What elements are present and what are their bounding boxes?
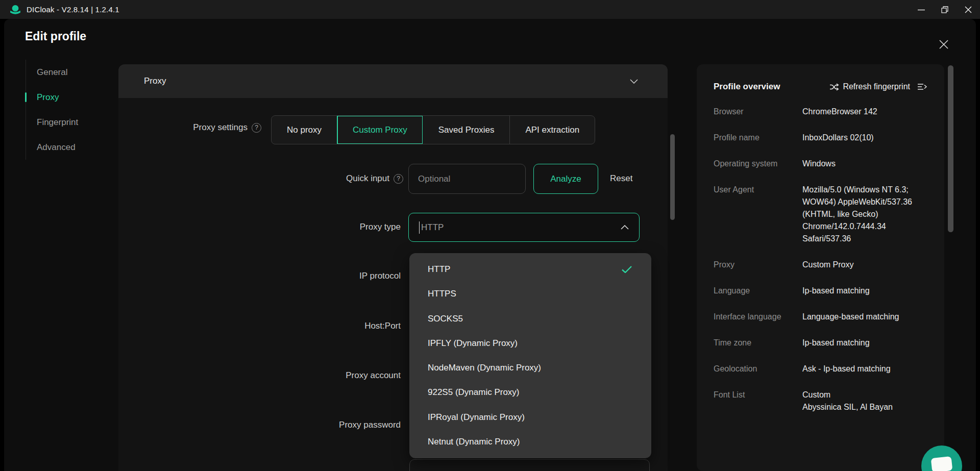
- host-port-label: Host:Port: [157, 320, 401, 332]
- chevron-up-icon: [621, 225, 629, 230]
- shuffle-icon: [829, 83, 839, 91]
- edit-profile-dialog: Edit profile General Proxy Fingerprint: [4, 19, 976, 471]
- proxy-type-value: HTTP: [421, 222, 444, 233]
- dropdown-option-https[interactable]: HTTPS: [409, 282, 651, 306]
- dialog-title: Edit profile: [25, 30, 86, 43]
- row-label: Profile name: [714, 132, 790, 144]
- refresh-label: Refresh fingerprint: [843, 82, 910, 91]
- option-label: IPFLY (Dynamic Proxy): [428, 338, 518, 349]
- row-label: Browser: [714, 106, 790, 118]
- option-label: NodeMaven (Dynamic Proxy): [428, 363, 541, 373]
- overview-row-time-zone: Time zone Ip-based matching: [714, 337, 927, 349]
- row-value: Custom Proxy: [802, 259, 927, 271]
- option-label: SOCKS5: [428, 314, 463, 324]
- quick-input-field[interactable]: [408, 164, 526, 194]
- minimize-icon[interactable]: [910, 0, 933, 19]
- dropdown-option-ipfly[interactable]: IPFLY (Dynamic Proxy): [409, 331, 651, 356]
- overview-row-profile-name: Profile name InboxDollars 02(10): [714, 132, 927, 144]
- tab-no-proxy[interactable]: No proxy: [272, 116, 337, 144]
- dropdown-option-922s5[interactable]: 922S5 (Dynamic Proxy): [409, 380, 651, 405]
- dropdown-option-nodemaven[interactable]: NodeMaven (Dynamic Proxy): [409, 356, 651, 380]
- overview-row-proxy: Proxy Custom Proxy: [714, 259, 927, 271]
- overview-title: Profile overview: [714, 82, 780, 92]
- reset-button[interactable]: Reset: [610, 172, 646, 185]
- overview-row-user-agent: User Agent Mozilla/5.0 (Windows NT 6.3; …: [714, 184, 927, 245]
- collapse-overview-icon[interactable]: [917, 83, 927, 91]
- app-title: DICloak - V2.8.14 | 1.2.4.1: [27, 5, 119, 14]
- proxy-section-header[interactable]: Proxy: [118, 64, 668, 98]
- overview-row-geolocation: Geolocation Ask - Ip-based matching: [714, 363, 927, 375]
- nav-label: General: [37, 67, 67, 78]
- row-label: Font List: [714, 389, 790, 413]
- overview-row-language: Language Ip-based matching: [714, 285, 927, 297]
- label-text: Proxy settings: [193, 122, 248, 133]
- dialog-scrollbar[interactable]: [948, 65, 953, 232]
- nav-item-fingerprint[interactable]: Fingerprint: [26, 110, 102, 135]
- main-panel-scrollbar[interactable]: [670, 134, 675, 220]
- chevron-down-icon: [630, 79, 638, 84]
- proxy-settings-label: Proxy settings ?: [106, 121, 261, 134]
- row-label: Operating system: [714, 158, 790, 170]
- row-value: Windows: [802, 158, 927, 170]
- tab-api-extraction[interactable]: API extraction: [509, 116, 595, 144]
- proxy-section-title: Proxy: [144, 76, 166, 86]
- ip-protocol-label: IP protocol: [157, 270, 401, 282]
- active-indicator: [25, 92, 27, 102]
- proxy-type-select[interactable]: HTTP: [408, 213, 640, 242]
- overview-header: Profile overview Refresh fingerprint: [714, 82, 927, 92]
- analyze-button[interactable]: Analyze: [533, 164, 598, 194]
- row-label: Language: [714, 285, 790, 297]
- row-value: Custom Abyssinica SIL, Al Bayan: [802, 389, 927, 413]
- dropdown-option-socks5[interactable]: SOCKS5: [409, 307, 651, 331]
- label-text: Quick input: [346, 173, 389, 184]
- close-window-icon[interactable]: [957, 0, 980, 19]
- proxy-type-label: Proxy type: [157, 221, 401, 233]
- option-label: HTTP: [428, 264, 450, 275]
- app-logo-icon: [9, 3, 21, 16]
- overview-row-interface-language: Interface language Language-based matchi…: [714, 311, 927, 323]
- maximize-icon[interactable]: [933, 0, 957, 19]
- chat-bubble-icon: [931, 456, 953, 471]
- overview-row-os: Operating system Windows: [714, 158, 927, 170]
- font-list-mode: Custom: [802, 389, 927, 401]
- proxy-account-label: Proxy account: [157, 369, 401, 382]
- proxy-password-field[interactable]: [409, 459, 650, 471]
- option-label: Netnut (Dynamic Proxy): [428, 437, 520, 447]
- row-label: Time zone: [714, 337, 790, 349]
- window-controls: [910, 0, 980, 19]
- text-cursor: [419, 221, 420, 234]
- nav-item-proxy[interactable]: Proxy: [26, 85, 102, 110]
- proxy-password-label: Proxy password: [157, 419, 401, 431]
- proxy-mode-tabs: No proxy Custom Proxy Saved Proxies API …: [271, 115, 595, 144]
- refresh-fingerprint-button[interactable]: Refresh fingerprint: [829, 82, 910, 91]
- nav-item-advanced[interactable]: Advanced: [26, 135, 102, 160]
- nav-label: Proxy: [37, 92, 59, 103]
- row-label: Interface language: [714, 311, 790, 323]
- overview-row-browser: Browser ChromeBrowser 142: [714, 106, 927, 118]
- nav-label: Fingerprint: [37, 117, 78, 128]
- titlebar: DICloak - V2.8.14 | 1.2.4.1: [0, 0, 980, 19]
- tab-saved-proxies[interactable]: Saved Proxies: [423, 116, 510, 144]
- help-icon[interactable]: ?: [252, 123, 261, 133]
- row-value: Mozilla/5.0 (Windows NT 6.3; WOW64) Appl…: [802, 184, 927, 245]
- row-label: Proxy: [714, 259, 790, 271]
- row-value: Ask - Ip-based matching: [802, 363, 927, 375]
- font-list-fonts: Abyssinica SIL, Al Bayan: [802, 401, 927, 413]
- row-label: User Agent: [714, 184, 790, 245]
- nav-label: Advanced: [37, 142, 76, 153]
- help-icon[interactable]: ?: [394, 174, 403, 184]
- profile-nav: General Proxy Fingerprint Advanced: [26, 60, 102, 160]
- row-value: ChromeBrowser 142: [802, 106, 927, 118]
- dropdown-option-http[interactable]: HTTP: [409, 257, 651, 282]
- dialog-close-icon[interactable]: [937, 38, 950, 51]
- check-icon: [622, 266, 632, 273]
- dropdown-option-iproyal[interactable]: IPRoyal (Dynamic Proxy): [409, 405, 651, 430]
- quick-input-label: Quick input ?: [157, 172, 403, 185]
- option-label: IPRoyal (Dynamic Proxy): [428, 412, 525, 423]
- row-value: Ip-based matching: [802, 337, 927, 349]
- row-value: Ip-based matching: [802, 285, 927, 297]
- nav-item-general[interactable]: General: [26, 60, 102, 85]
- tab-custom-proxy[interactable]: Custom Proxy: [337, 116, 423, 144]
- dropdown-option-netnut[interactable]: Netnut (Dynamic Proxy): [409, 430, 651, 454]
- overview-row-font-list: Font List Custom Abyssinica SIL, Al Baya…: [714, 389, 927, 413]
